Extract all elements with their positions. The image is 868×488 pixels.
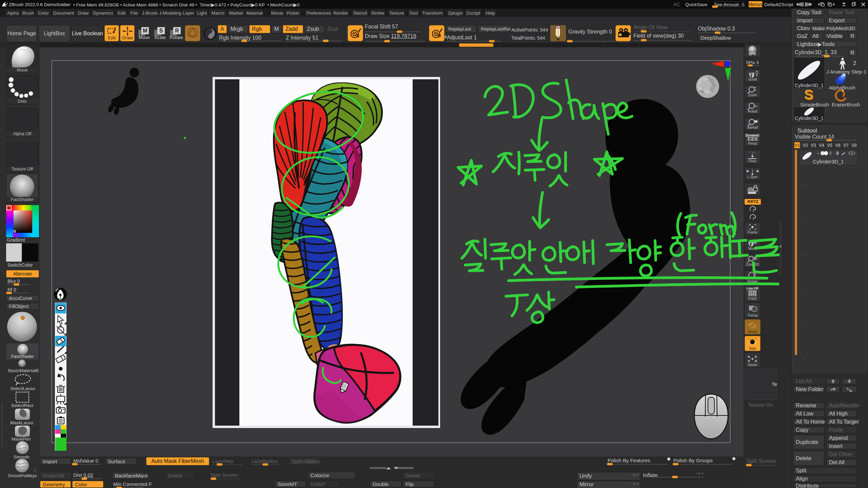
svg-text:D: D [438,33,441,38]
svg-text:S: S [356,33,359,38]
